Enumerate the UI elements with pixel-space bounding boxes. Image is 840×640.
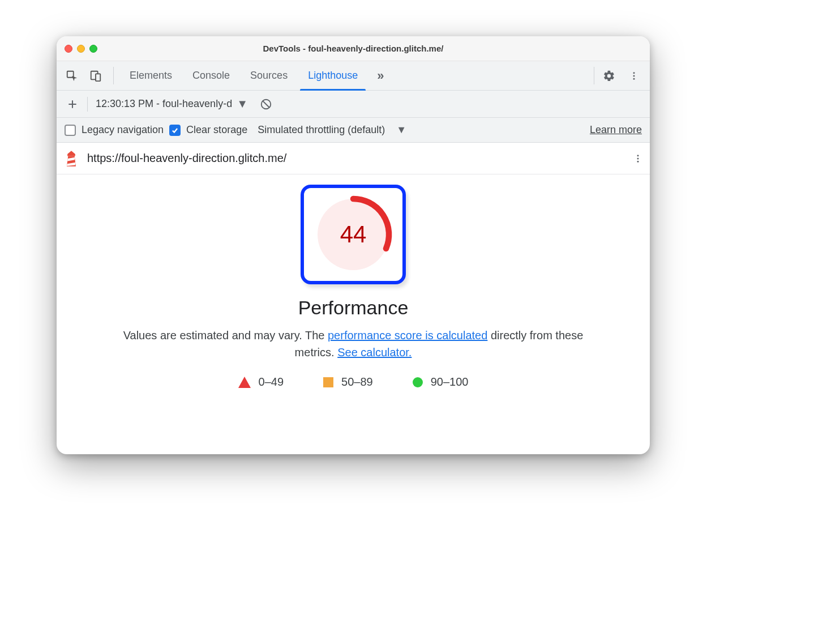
clear-storage-label: Clear storage [186, 124, 247, 136]
legend-mid: 50–89 [323, 376, 373, 389]
inspect-element-icon[interactable] [60, 61, 84, 90]
chevron-down-icon: ▼ [237, 97, 248, 110]
report-select[interactable]: 12:30:13 PM - foul-heavenly-d ▼ [92, 97, 251, 110]
performance-gauge: 44 [314, 195, 393, 274]
new-report-button[interactable] [62, 94, 83, 114]
score-legend: 0–49 50–89 90–100 [238, 376, 469, 389]
svg-point-4 [633, 75, 635, 76]
kebab-menu-icon[interactable] [622, 61, 646, 90]
tab-lighthouse[interactable]: Lighthouse [298, 61, 368, 90]
tab-elements[interactable]: Elements [119, 61, 182, 90]
score-highlight-frame: 44 [301, 185, 406, 284]
legend-good: 90–100 [413, 376, 469, 389]
tab-console[interactable]: Console [182, 61, 240, 90]
legend-mid-label: 50–89 [341, 376, 373, 389]
lighthouse-logo-icon [63, 150, 79, 168]
devtools-window: DevTools - foul-heavenly-direction.glitc… [57, 36, 650, 454]
svg-point-3 [633, 72, 635, 74]
clear-all-icon[interactable] [256, 94, 276, 114]
clear-storage-checkbox[interactable] [169, 125, 181, 136]
titlebar: DevTools - foul-heavenly-direction.glitc… [57, 36, 650, 61]
more-tabs-button[interactable]: » [368, 61, 393, 90]
legacy-navigation-checkbox[interactable] [65, 125, 76, 136]
separator [594, 67, 594, 84]
tab-sources[interactable]: Sources [240, 61, 298, 90]
calculator-link[interactable]: See calculator. [337, 346, 412, 359]
square-icon [323, 377, 333, 387]
legend-good-label: 90–100 [431, 376, 469, 389]
throttling-label: Simulated throttling (default) [258, 124, 385, 136]
performance-score: 44 [314, 195, 393, 274]
svg-point-9 [637, 160, 639, 162]
devtools-tabbar: Elements Console Sources Lighthouse » [57, 61, 650, 91]
separator [87, 97, 88, 112]
report-select-label: 12:30:13 PM - foul-heavenly-d [96, 98, 232, 110]
traffic-lights [65, 45, 97, 53]
legacy-navigation-label: Legacy navigation [82, 124, 164, 136]
desc-text-1: Values are estimated and may vary. The [123, 329, 328, 342]
fullscreen-window-button[interactable] [89, 45, 97, 53]
svg-point-5 [633, 78, 635, 79]
settings-icon[interactable] [597, 61, 622, 90]
legend-bad-label: 0–49 [259, 376, 284, 389]
separator [113, 67, 114, 84]
chevron-down-icon[interactable]: ▼ [396, 124, 406, 136]
learn-more-link[interactable]: Learn more [590, 124, 642, 136]
score-calc-link[interactable]: performance score is calculated [328, 329, 487, 342]
report-urlbar: https://foul-heavenly-direction.glitch.m… [57, 143, 650, 174]
report-body: 44 Performance Values are estimated and … [57, 174, 650, 454]
report-menu-icon[interactable] [633, 152, 643, 165]
triangle-icon [238, 377, 251, 388]
category-description: Values are estimated and may vary. The p… [121, 327, 585, 361]
svg-point-7 [637, 155, 639, 156]
svg-point-8 [637, 157, 639, 159]
lighthouse-subbar: 12:30:13 PM - foul-heavenly-d ▼ [57, 91, 650, 118]
report-url: https://foul-heavenly-direction.glitch.m… [87, 152, 286, 165]
svg-rect-2 [96, 74, 100, 81]
options-bar: Legacy navigation Clear storage Simulate… [57, 118, 650, 143]
circle-icon [413, 377, 423, 387]
device-toolbar-icon[interactable] [84, 61, 108, 90]
window-title: DevTools - foul-heavenly-direction.glitc… [57, 44, 650, 53]
legend-bad: 0–49 [238, 376, 284, 389]
category-title: Performance [298, 297, 409, 319]
minimize-window-button[interactable] [77, 45, 85, 53]
tabs-list: Elements Console Sources Lighthouse » [116, 61, 588, 90]
close-window-button[interactable] [65, 45, 72, 53]
